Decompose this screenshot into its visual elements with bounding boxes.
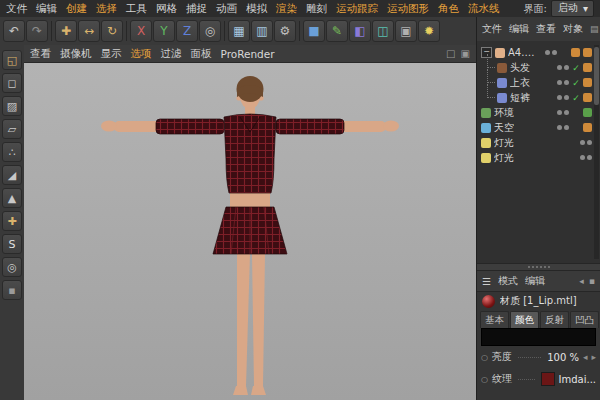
menu-edit[interactable]: 编辑 xyxy=(36,2,57,16)
object-row-light[interactable]: 灯光 xyxy=(477,150,600,165)
vp-menu-filter[interactable]: 过滤 xyxy=(161,47,182,61)
object-label[interactable]: 环境 xyxy=(494,106,514,120)
keyframe-dot-icon[interactable]: ○ xyxy=(481,353,488,362)
object-row-character[interactable]: − A4.人物 xyxy=(477,45,600,60)
vp-menu-view[interactable]: 查看 xyxy=(30,47,51,61)
visibility-dots[interactable] xyxy=(557,125,569,130)
object-row-shorts[interactable]: 短裤 ✓ xyxy=(477,90,600,105)
object-label[interactable]: 灯光 xyxy=(494,136,514,150)
visibility-dots[interactable] xyxy=(557,95,569,100)
menu-sculpt[interactable]: 雕刻 xyxy=(306,2,327,16)
panel-menu-icon[interactable]: ▤ xyxy=(590,24,599,34)
menu-select[interactable]: 选择 xyxy=(96,2,117,16)
object-label[interactable]: 上衣 xyxy=(510,76,530,90)
render-picture-viewer-icon[interactable]: ▥ xyxy=(251,20,273,42)
visibility-dots[interactable] xyxy=(580,155,592,160)
vp-menu-options[interactable]: 选项 xyxy=(131,47,152,61)
texture-mode-icon[interactable]: ▨ xyxy=(2,96,22,116)
stepper-right-icon[interactable]: ▸ xyxy=(591,352,596,362)
axis-mode-icon[interactable]: ✚ xyxy=(2,211,22,231)
object-label[interactable]: 头发 xyxy=(510,61,530,75)
interface-dropdown[interactable]: 启动 ▾ xyxy=(551,0,594,17)
visibility-dots[interactable] xyxy=(545,50,557,55)
color-swatch[interactable] xyxy=(481,328,596,346)
texture-tag[interactable] xyxy=(583,93,592,102)
tab-basic[interactable]: 基本 xyxy=(480,311,509,328)
y-axis-lock-icon[interactable]: Y xyxy=(153,20,175,42)
panel-splitter[interactable] xyxy=(477,263,600,271)
add-camera-icon[interactable]: ▣ xyxy=(395,20,417,42)
menu-motion-tracker[interactable]: 运动跟踪 xyxy=(336,2,378,16)
visibility-dots[interactable] xyxy=(557,65,569,70)
texture-thumbnail[interactable] xyxy=(541,372,555,386)
om-menu-file[interactable]: 文件 xyxy=(482,22,502,36)
menu-create[interactable]: 创建 xyxy=(66,2,87,16)
object-row-hair[interactable]: 头发 ✓ xyxy=(477,60,600,75)
menu-animate[interactable]: 动画 xyxy=(216,2,237,16)
menu-pipeline[interactable]: 流水线 xyxy=(468,2,500,16)
brightness-value[interactable]: 100 % xyxy=(547,352,579,363)
viewport-layout-icon[interactable]: □ xyxy=(446,48,455,59)
move-tool-icon[interactable]: ✚ xyxy=(55,20,77,42)
hamburger-icon[interactable]: ☰ xyxy=(482,276,491,287)
texture-value[interactable]: Imdai... xyxy=(559,374,596,385)
om-menu-edit[interactable]: 编辑 xyxy=(509,22,529,36)
stepper-left-icon[interactable]: ◂ xyxy=(583,352,588,362)
make-editable-icon[interactable]: ◱ xyxy=(2,50,22,70)
viewport-solo-icon[interactable]: ◎ xyxy=(2,257,22,277)
keyframe-dot-icon[interactable]: ○ xyxy=(481,375,488,384)
redo-icon[interactable]: ↷ xyxy=(26,20,48,42)
tree-scrollbar[interactable] xyxy=(594,45,599,259)
menu-simulate[interactable]: 模拟 xyxy=(246,2,267,16)
object-row-light[interactable]: 灯光 xyxy=(477,135,600,150)
menu-file[interactable]: 文件 xyxy=(6,2,27,16)
object-label[interactable]: 短裤 xyxy=(510,91,530,105)
menu-mograph[interactable]: 运动图形 xyxy=(387,2,429,16)
edges-mode-icon[interactable]: ◢ xyxy=(2,165,22,185)
tab-color[interactable]: 颜色 xyxy=(510,311,539,328)
add-spline-icon[interactable]: ✎ xyxy=(326,20,348,42)
om-menu-view[interactable]: 查看 xyxy=(536,22,556,36)
add-array-icon[interactable]: ◫ xyxy=(372,20,394,42)
coordinate-system-icon[interactable]: ◎ xyxy=(199,20,221,42)
render-settings-icon[interactable]: ⚙ xyxy=(274,20,296,42)
polygons-mode-icon[interactable]: ▲ xyxy=(2,188,22,208)
undo-icon[interactable]: ↶ xyxy=(3,20,25,42)
scale-tool-icon[interactable]: ↔ xyxy=(78,20,100,42)
history-back-icon[interactable]: ◂ xyxy=(579,276,584,286)
object-row-shirt[interactable]: 上衣 ✓ xyxy=(477,75,600,90)
vp-menu-panel[interactable]: 面板 xyxy=(191,47,212,61)
object-row-environment[interactable]: 环境 xyxy=(477,105,600,120)
workplane-mode-icon[interactable]: ▱ xyxy=(2,119,22,139)
points-mode-icon[interactable]: ∴ xyxy=(2,142,22,162)
add-cube-icon[interactable]: ■ xyxy=(303,20,325,42)
texture-tag[interactable] xyxy=(571,48,580,57)
object-label[interactable]: 天空 xyxy=(494,121,514,135)
render-view-icon[interactable]: ▦ xyxy=(228,20,250,42)
x-axis-lock-icon[interactable]: X xyxy=(130,20,152,42)
character-model[interactable] xyxy=(24,63,476,400)
snap-enable-icon[interactable]: S xyxy=(2,234,22,254)
viewport-canvas[interactable] xyxy=(24,63,476,400)
vp-menu-cameras[interactable]: 摄像机 xyxy=(60,47,92,61)
vp-menu-display[interactable]: 显示 xyxy=(101,47,122,61)
enabled-check[interactable]: ✓ xyxy=(572,78,580,88)
object-label[interactable]: A4.人物 xyxy=(508,46,542,60)
tab-reflectance[interactable]: 反射 xyxy=(540,311,569,328)
mode-menu[interactable]: 模式 xyxy=(498,274,518,288)
z-axis-lock-icon[interactable]: Z xyxy=(176,20,198,42)
object-row-sky[interactable]: 天空 xyxy=(477,120,600,135)
menu-render[interactable]: 渲染 xyxy=(276,2,297,16)
menu-snap[interactable]: 捕捉 xyxy=(186,2,207,16)
texture-tag[interactable] xyxy=(583,48,592,57)
om-menu-objects[interactable]: 对象 xyxy=(563,22,583,36)
tab-bump[interactable]: 凹凸 xyxy=(570,311,599,328)
model-mode-icon[interactable]: ◻ xyxy=(2,73,22,93)
texture-tag[interactable] xyxy=(583,123,592,132)
visibility-dots[interactable] xyxy=(557,110,569,115)
menu-tools[interactable]: 工具 xyxy=(126,2,147,16)
visibility-dots[interactable] xyxy=(557,80,569,85)
edit-menu[interactable]: 编辑 xyxy=(525,274,545,288)
texture-tag[interactable] xyxy=(583,63,592,72)
lock-workplane-icon[interactable]: ▪ xyxy=(2,280,22,300)
